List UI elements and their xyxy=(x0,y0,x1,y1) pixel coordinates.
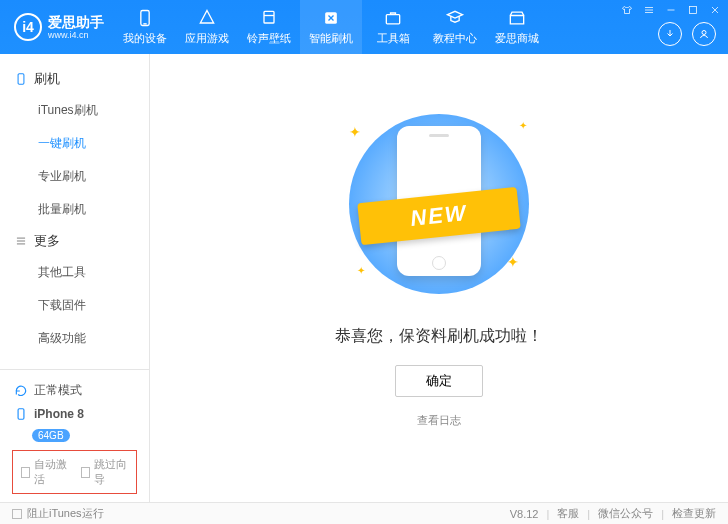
sidebar-item-itunes-flash[interactable]: iTunes刷机 xyxy=(0,94,149,127)
sidebar-item-oneclick-flash[interactable]: 一键刷机 xyxy=(0,127,149,160)
minimize-icon[interactable] xyxy=(664,3,678,17)
maximize-icon[interactable] xyxy=(686,3,700,17)
header-right-icons xyxy=(658,22,716,46)
sidebar-item-pro-flash[interactable]: 专业刷机 xyxy=(0,160,149,193)
tutorial-icon xyxy=(444,8,466,28)
nav-my-device[interactable]: 我的设备 xyxy=(114,0,176,54)
mode-row[interactable]: 正常模式 xyxy=(12,378,137,403)
brand-domain: www.i4.cn xyxy=(48,31,104,40)
store-icon xyxy=(506,8,528,28)
app-icon xyxy=(196,8,218,28)
sidebar-item-download-firmware[interactable]: 下载固件 xyxy=(0,289,149,322)
phone-icon xyxy=(14,72,28,86)
logo-area: i4 爱思助手 www.i4.cn xyxy=(0,13,114,41)
svg-rect-9 xyxy=(690,7,697,14)
menu-icon[interactable] xyxy=(642,3,656,17)
checks-highlight-box: 自动激活 跳过向导 xyxy=(12,450,137,494)
ok-button[interactable]: 确定 xyxy=(395,365,483,397)
capacity-badge: 64GB xyxy=(32,429,70,442)
view-log-link[interactable]: 查看日志 xyxy=(417,413,461,428)
flash-icon xyxy=(320,8,342,28)
sidebar-bottom: 正常模式 iPhone 8 64GB 自动激活 跳过向导 xyxy=(0,369,149,502)
sidebar-group-flash[interactable]: 刷机 xyxy=(0,64,149,94)
main-panel: NEW ✦✦✦✦ 恭喜您，保资料刷机成功啦！ 确定 查看日志 xyxy=(150,54,728,502)
sidebar-item-advanced[interactable]: 高级功能 xyxy=(0,322,149,355)
status-bar: 阻止iTunes运行 V8.12 | 客服 | 微信公众号 | 检查更新 xyxy=(0,502,728,524)
nav-ringtones[interactable]: 铃声壁纸 xyxy=(238,0,300,54)
svg-rect-2 xyxy=(264,11,274,23)
sidebar-group-more[interactable]: 更多 xyxy=(0,226,149,256)
ringtone-icon xyxy=(258,8,280,28)
close-icon[interactable] xyxy=(708,3,722,17)
tshirt-icon[interactable] xyxy=(620,3,634,17)
sidebar-item-batch-flash[interactable]: 批量刷机 xyxy=(0,193,149,226)
toolbox-icon xyxy=(382,8,404,28)
sidebar-item-other-tools[interactable]: 其他工具 xyxy=(0,256,149,289)
success-message: 恭喜您，保资料刷机成功啦！ xyxy=(335,326,543,347)
hero-illustration: NEW ✦✦✦✦ xyxy=(329,104,549,304)
brand-name: 爱思助手 xyxy=(48,15,104,29)
svg-rect-13 xyxy=(18,74,24,85)
status-link-support[interactable]: 客服 xyxy=(557,506,579,521)
statusbar-right: V8.12 | 客服 | 微信公众号 | 检查更新 xyxy=(510,506,716,521)
logo-icon: i4 xyxy=(14,13,42,41)
nav-apps[interactable]: 应用游戏 xyxy=(176,0,238,54)
status-link-update[interactable]: 检查更新 xyxy=(672,506,716,521)
nav-store[interactable]: 爱思商城 xyxy=(486,0,548,54)
device-row[interactable]: iPhone 8 xyxy=(12,403,137,425)
body-area: 刷机 iTunes刷机 一键刷机 专业刷机 批量刷机 更多 其他工具 下载固件 … xyxy=(0,54,728,502)
window-controls xyxy=(620,3,722,17)
refresh-icon xyxy=(14,384,28,398)
svg-rect-17 xyxy=(18,409,24,420)
download-icon[interactable] xyxy=(658,22,682,46)
user-icon[interactable] xyxy=(692,22,716,46)
svg-rect-4 xyxy=(386,15,399,24)
version-text: V8.12 xyxy=(510,508,539,520)
nav-tutorial[interactable]: 教程中心 xyxy=(424,0,486,54)
nav-toolbox[interactable]: 工具箱 xyxy=(362,0,424,54)
checkbox-auto-activate[interactable]: 自动激活 xyxy=(21,457,69,487)
svg-point-12 xyxy=(702,31,706,35)
sidebar: 刷机 iTunes刷机 一键刷机 专业刷机 批量刷机 更多 其他工具 下载固件 … xyxy=(0,54,150,502)
device-icon xyxy=(134,8,156,28)
device-small-icon xyxy=(14,407,28,421)
menu-lines-icon xyxy=(14,234,28,248)
status-link-wechat[interactable]: 微信公众号 xyxy=(598,506,653,521)
top-nav: 我的设备 应用游戏 铃声壁纸 智能刷机 工具箱 教程中心 爱思商城 xyxy=(114,0,548,54)
checkbox-block-itunes[interactable]: 阻止iTunes运行 xyxy=(12,506,104,521)
nav-flash[interactable]: 智能刷机 xyxy=(300,0,362,54)
logo-text: 爱思助手 www.i4.cn xyxy=(48,15,104,40)
checkbox-skip-guide[interactable]: 跳过向导 xyxy=(81,457,129,487)
top-bar: i4 爱思助手 www.i4.cn 我的设备 应用游戏 铃声壁纸 智能刷机 工具… xyxy=(0,0,728,54)
statusbar-left: 阻止iTunes运行 xyxy=(12,506,104,521)
